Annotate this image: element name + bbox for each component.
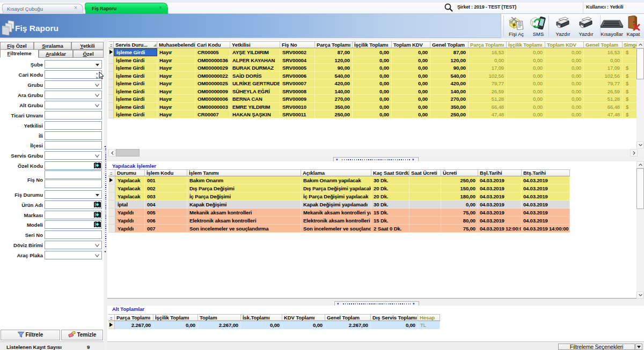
svg-text:s: s bbox=[96, 72, 98, 75]
svg-text:b: b bbox=[96, 76, 98, 79]
